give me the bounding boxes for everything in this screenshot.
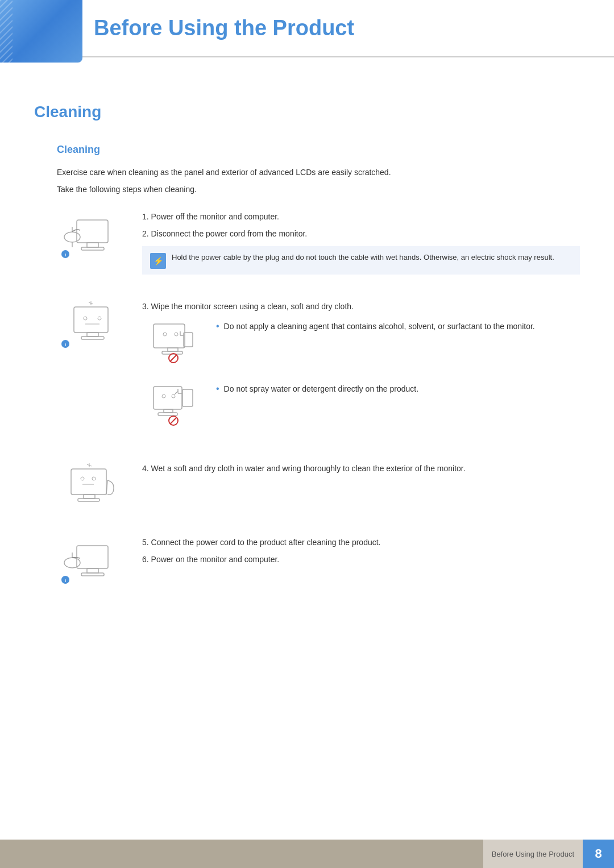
svg-rect-43 xyxy=(71,469,106,495)
svg-point-46 xyxy=(81,477,84,480)
svg-rect-22 xyxy=(168,348,178,351)
plug-in-illustration: i xyxy=(60,534,128,588)
no-spray-water-illustration xyxy=(145,381,202,429)
exterior-clean-illustration xyxy=(60,460,128,514)
svg-rect-3 xyxy=(87,243,98,247)
svg-text:i: i xyxy=(65,342,66,347)
svg-text:i: i xyxy=(65,578,66,583)
header-title-area: Before Using the Product xyxy=(0,0,614,57)
step-3-text: 3. Wipe the monitor screen using a clean… xyxy=(142,300,580,313)
svg-rect-11 xyxy=(74,307,108,333)
step-5-text: 5. Connect the power cord to the product… xyxy=(142,536,580,549)
warning-icon-1: ⚡ xyxy=(150,253,166,269)
bullet-1-text: Do not apply a cleaning agent that conta… xyxy=(224,320,535,333)
bullet-dot-2: • xyxy=(216,384,219,394)
bullet-1-image xyxy=(142,317,205,368)
steps-area: i 1. Power off the monitor and computer.… xyxy=(57,207,580,590)
intro-text-2: Take the following steps when cleaning. xyxy=(57,183,580,196)
footer-label: Before Using the Product xyxy=(483,840,583,868)
intro-text-1: Exercise care when cleaning as the panel… xyxy=(57,166,580,178)
svg-rect-52 xyxy=(87,568,98,573)
bullet-2-image xyxy=(142,380,205,431)
step-5-6-content: 5. Connect the power cord to the product… xyxy=(142,533,580,571)
bullet-dot-1: • xyxy=(216,321,219,331)
svg-rect-12 xyxy=(87,333,98,337)
step-row-4: 4. Wet a soft and dry cloth in water and… xyxy=(57,459,580,516)
step-3-content: 3. Wipe the monitor screen using a clean… xyxy=(142,297,580,442)
svg-text:i: i xyxy=(65,252,66,258)
step-6-text: 6. Power on the monitor and computer. xyxy=(142,553,580,566)
page-title: Before Using the Product xyxy=(94,16,354,40)
main-content: Cleaning Cleaning Exercise care when cle… xyxy=(0,80,614,653)
no-cleaning-agent-illustration xyxy=(145,318,202,367)
sub-section-title: Cleaning xyxy=(57,144,580,156)
svg-rect-36 xyxy=(182,389,193,406)
page-footer: Before Using the Product 8 xyxy=(0,840,614,868)
svg-rect-51 xyxy=(77,546,108,568)
page-header: Before Using the Product xyxy=(0,0,614,74)
step-3-image: i xyxy=(57,297,131,354)
svg-point-54 xyxy=(64,558,80,568)
warning-text-1: Hold the power cable by the plug and do … xyxy=(172,252,554,263)
step-5-6-image: i xyxy=(57,533,131,590)
bullet-row-1: • Do not apply a cleaning agent that con… xyxy=(142,317,580,368)
step-4-text: 4. Wet a soft and dry cloth in water and… xyxy=(142,462,580,475)
step-row-5-6: i 5. Connect the power cord to the produ… xyxy=(57,533,580,590)
step-4-content: 4. Wet a soft and dry cloth in water and… xyxy=(142,459,580,479)
svg-rect-45 xyxy=(78,499,99,501)
svg-rect-2 xyxy=(77,220,108,243)
svg-line-30 xyxy=(170,355,177,362)
page-number: 8 xyxy=(583,840,614,868)
sub-section-cleaning: Cleaning Exercise care when cleaning as … xyxy=(57,144,580,590)
step-2-text: 2. Disconnect the power cord from the mo… xyxy=(142,227,580,240)
wipe-monitor-illustration: i xyxy=(60,298,128,352)
svg-rect-44 xyxy=(84,495,95,499)
warning-symbol: ⚡ xyxy=(153,256,163,266)
svg-rect-53 xyxy=(81,573,104,576)
bullet-row-2: • Do not spray water or detergent direct… xyxy=(142,380,580,431)
svg-text:⚡: ⚡ xyxy=(154,256,164,266)
svg-point-47 xyxy=(92,477,96,480)
svg-rect-33 xyxy=(158,413,177,416)
bullet-2-text: Do not spray water or detergent directly… xyxy=(224,383,418,395)
step-4-image xyxy=(57,459,131,516)
svg-point-14 xyxy=(84,317,87,320)
svg-rect-1 xyxy=(0,0,13,63)
step-1-2-image: i xyxy=(57,207,131,264)
step-row-3: i 3. Wipe the monitor screen using a cle… xyxy=(57,297,580,442)
warning-box-1: ⚡ Hold the power cable by the plug and d… xyxy=(142,246,580,275)
section-title: Cleaning xyxy=(34,103,580,121)
svg-point-25 xyxy=(175,333,178,336)
unplug-illustration: i xyxy=(60,209,128,263)
svg-rect-32 xyxy=(164,409,173,413)
svg-point-24 xyxy=(163,333,167,336)
header-blue-accent xyxy=(0,0,82,63)
svg-point-34 xyxy=(162,394,165,398)
step-1-2-content: 1. Power off the monitor and computer. 2… xyxy=(142,207,580,280)
bullet-1-content: • Do not apply a cleaning agent that con… xyxy=(216,317,580,333)
bullet-2-content: • Do not spray water or detergent direct… xyxy=(216,380,580,395)
svg-rect-4 xyxy=(81,247,104,250)
svg-point-5 xyxy=(64,232,80,242)
svg-line-42 xyxy=(170,417,177,424)
header-stripe-decoration xyxy=(0,0,13,63)
svg-point-15 xyxy=(98,317,101,320)
svg-rect-13 xyxy=(81,337,104,339)
svg-rect-21 xyxy=(154,324,185,348)
step-1-text: 1. Power off the monitor and computer. xyxy=(142,210,580,223)
step-row-1-2: i 1. Power off the monitor and computer.… xyxy=(57,207,580,280)
